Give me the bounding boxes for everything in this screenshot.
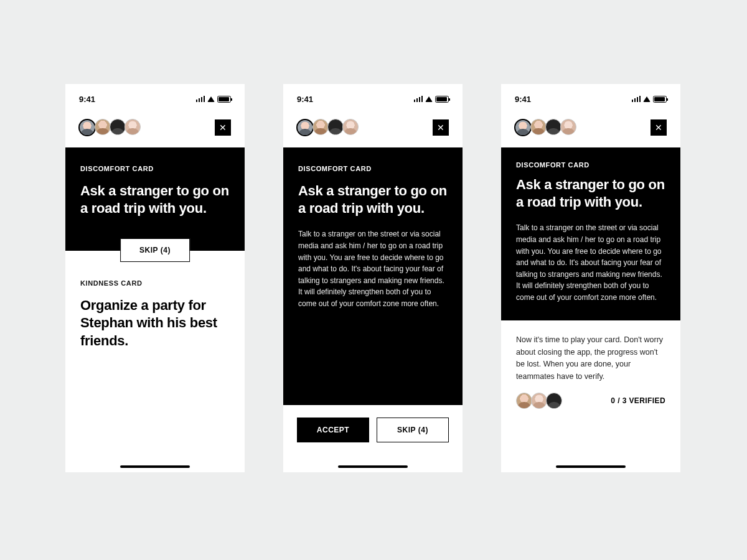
- status-time: 9:41: [515, 95, 531, 104]
- home-indicator[interactable]: [338, 465, 408, 468]
- avatar[interactable]: [516, 393, 532, 409]
- cellular-icon: [632, 96, 641, 102]
- close-button[interactable]: ✕: [651, 119, 667, 136]
- card-label: KINDNESS CARD: [80, 279, 230, 287]
- close-icon: ✕: [219, 123, 227, 132]
- avatar[interactable]: [531, 393, 547, 409]
- card-title: Ask a stranger to go on a road trip with…: [516, 176, 665, 211]
- cellular-icon: [196, 96, 205, 102]
- phone-screen-2: 9:41 ✕ DISCOMFORT CARD Ask a stranger to…: [283, 84, 463, 472]
- avatar-current[interactable]: [514, 119, 532, 136]
- header: ✕: [501, 109, 680, 147]
- header: ✕: [65, 109, 245, 147]
- player-avatars[interactable]: [297, 119, 357, 136]
- avatar[interactable]: [95, 119, 111, 135]
- close-button[interactable]: ✕: [433, 119, 449, 136]
- accept-button[interactable]: ACCEPT: [297, 418, 369, 442]
- skip-button[interactable]: SKIP (4): [377, 418, 449, 442]
- card-label: DISCOMFORT CARD: [80, 165, 230, 172]
- phone-screen-1: 9:41 ✕ DISCOMFORT CARD Ask a stranger to…: [65, 84, 245, 472]
- discomfort-card: DISCOMFORT CARD Ask a stranger to go on …: [65, 147, 245, 251]
- avatar-current[interactable]: [78, 119, 96, 136]
- skip-button[interactable]: SKIP (4): [120, 238, 190, 262]
- avatar[interactable]: [342, 119, 359, 135]
- card-title: Ask a stranger to go on a road trip with…: [80, 182, 230, 217]
- phone-screen-3: 9:41 ✕ DISCOMFORT CARD Ask a stranger to…: [501, 84, 680, 472]
- battery-icon: [653, 96, 667, 103]
- header: ✕: [283, 109, 463, 147]
- verification-row: 0 / 3 VERIFIED: [501, 393, 680, 409]
- avatar[interactable]: [110, 119, 126, 135]
- kindness-card: KINDNESS CARD Organize a party for Steph…: [65, 251, 245, 364]
- status-icons: [196, 96, 232, 103]
- home-indicator[interactable]: [120, 465, 190, 468]
- home-indicator[interactable]: [556, 465, 626, 468]
- avatar[interactable]: [530, 119, 547, 135]
- wifi-icon: [207, 96, 215, 102]
- avatar-current[interactable]: [296, 119, 314, 136]
- discomfort-card: DISCOMFORT CARD Ask a stranger to go on …: [283, 147, 463, 405]
- close-icon: ✕: [655, 123, 662, 132]
- card-title: Ask a stranger to go on a road trip with…: [298, 182, 448, 217]
- card-body: Talk to a stranger on the street or via …: [516, 222, 665, 303]
- avatar[interactable]: [546, 393, 562, 409]
- close-button[interactable]: ✕: [215, 119, 231, 136]
- battery-icon: [217, 96, 231, 103]
- teammate-avatars[interactable]: [516, 393, 561, 409]
- wifi-icon: [643, 96, 651, 102]
- player-avatars[interactable]: [515, 119, 575, 136]
- status-icons: [414, 96, 449, 103]
- status-bar: 9:41: [501, 89, 680, 109]
- discomfort-card: DISCOMFORT CARD Ask a stranger to go on …: [501, 147, 680, 320]
- close-icon: ✕: [437, 123, 444, 132]
- status-icons: [632, 96, 667, 103]
- status-bar: 9:41: [65, 89, 245, 109]
- play-instructions: Now it's time to play your card. Don't w…: [501, 320, 680, 393]
- avatar[interactable]: [327, 119, 344, 135]
- action-buttons: ACCEPT SKIP (4): [283, 405, 463, 442]
- card-title: Organize a party for Stephan with his be…: [80, 297, 230, 349]
- verified-count: 0 / 3 VERIFIED: [611, 396, 665, 405]
- card-body: Talk to a stranger on the street or via …: [298, 228, 448, 309]
- cellular-icon: [414, 96, 423, 102]
- status-time: 9:41: [79, 95, 95, 104]
- player-avatars[interactable]: [79, 119, 139, 136]
- battery-icon: [435, 96, 449, 103]
- avatar[interactable]: [125, 119, 141, 135]
- wifi-icon: [425, 96, 433, 102]
- avatar[interactable]: [312, 119, 329, 135]
- status-bar: 9:41: [283, 89, 463, 109]
- status-time: 9:41: [297, 95, 313, 104]
- card-label: DISCOMFORT CARD: [298, 165, 448, 172]
- avatar[interactable]: [560, 119, 576, 135]
- avatar[interactable]: [545, 119, 561, 135]
- card-label: DISCOMFORT CARD: [516, 161, 665, 169]
